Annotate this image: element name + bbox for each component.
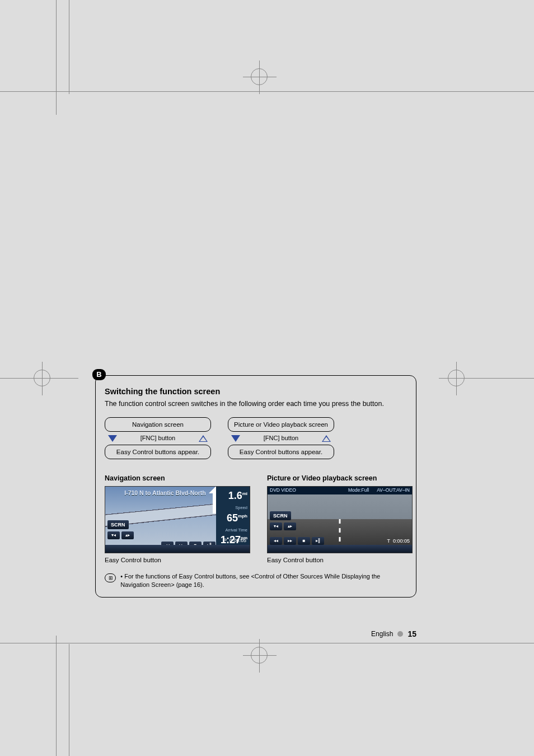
flow-navigation-mid-label: [FNC] button — [140, 434, 175, 442]
example-video-heading: Picture or Video playback screen — [267, 474, 413, 484]
footer-dot-icon — [397, 631, 403, 637]
note-icon: ⊞ — [105, 573, 116, 582]
example-video: Picture or Video playback screen DVD VID… — [267, 474, 413, 564]
arrow-up-icon — [199, 435, 208, 442]
tune-prev-button[interactable]: ▾◂ — [270, 522, 282, 530]
example-navigation-heading: Navigation screen — [105, 474, 250, 484]
nav-tune-controls: ▾◂ ▴▸ — [107, 531, 134, 539]
video-t-time: 0:00:05 — [393, 538, 410, 544]
tune-next-button[interactable]: ▴▸ — [284, 522, 296, 530]
nav-distance-unit: mi — [242, 491, 247, 496]
nav-p-label: P — [223, 538, 227, 543]
nav-speed-unit: mph — [238, 514, 247, 519]
tune-next-button[interactable]: ▴▸ — [121, 531, 134, 539]
nav-p-time: 0:00:05 — [229, 538, 246, 543]
prev-button[interactable]: ◂◂ — [270, 537, 282, 545]
example-navigation-caption: Easy Control button — [105, 556, 250, 564]
section-title: Switching the function screen — [105, 386, 407, 397]
nav-title: I-710 N to Atlantic Blvd-North — [109, 489, 222, 497]
stop-button[interactable]: ■ — [298, 537, 310, 545]
nav-distance-value: 1.6 — [228, 490, 242, 501]
note-bullet: • — [120, 573, 123, 580]
note-text-post: > (page 16). — [171, 581, 204, 588]
video-tune-controls: ▾◂ ▴▸ — [270, 522, 296, 530]
play-pause-button[interactable]: ▸ǁ — [312, 537, 324, 545]
scrn-button[interactable]: SCRN — [107, 520, 129, 530]
nav-arrival-label: Arrival Time — [218, 528, 247, 534]
flow-col-navigation: Navigation screen [FNC] button Easy Cont… — [105, 417, 211, 460]
video-avout-label: AV–OUT:AV–IN — [377, 487, 410, 494]
nav-speed-value: 65 — [227, 512, 238, 524]
note-row: ⊞ • For the functions of Easy Control bu… — [105, 572, 407, 589]
note-text: • For the functions of Easy Control butt… — [120, 572, 407, 589]
flow-video-mid-label: [FNC] button — [264, 434, 298, 442]
arrow-down-icon — [231, 435, 240, 442]
video-mode-label: Mode:Full — [348, 487, 369, 494]
video-playback-controls: ◂◂ ▸▸ ■ ▸ǁ — [270, 537, 324, 545]
next-button[interactable]: ▸▸ — [284, 537, 296, 545]
footer-language: English — [371, 630, 393, 638]
flow-video-mid: [FNC] button — [228, 434, 334, 442]
video-t-label: T — [387, 538, 390, 544]
tune-prev-button[interactable]: ▾◂ — [107, 531, 120, 539]
video-screenshot: DVD VIDEO Mode:Full AV–OUT:AV–IN SCRN ▾◂… — [267, 486, 413, 553]
flow-navigation-bottom: Easy Control buttons appear. — [105, 445, 211, 459]
flow-navigation-top: Navigation screen — [105, 417, 211, 432]
arrow-up-icon — [322, 435, 331, 442]
note-text-pre: For the functions of Easy Control button… — [124, 573, 255, 580]
flow-row: Navigation screen [FNC] button Easy Cont… — [105, 417, 407, 460]
flow-video-bottom: Easy Control buttons appear. — [228, 445, 334, 459]
examples-row: Navigation screen I-710 N to Atlantic Bl… — [105, 474, 407, 564]
flow-navigation-mid: [FNC] button — [105, 434, 211, 442]
arrow-down-icon — [108, 435, 117, 442]
section-description: The function control screen switches in … — [105, 399, 407, 409]
scrn-button[interactable]: SCRN — [270, 511, 291, 521]
nav-speed-label: Speed — [218, 505, 247, 511]
flow-video-top: Picture or Video playback screen — [228, 417, 334, 432]
section-badge: B — [92, 369, 106, 380]
footer-page-number: 15 — [407, 629, 416, 638]
page-footer: English 15 — [371, 629, 416, 638]
navigation-screenshot: I-710 N to Atlantic Blvd-North 1.6mi Spe… — [105, 486, 250, 553]
section-b-box: B Switching the function screen The func… — [95, 375, 416, 598]
example-video-caption: Easy Control button — [267, 556, 413, 564]
video-source-label: DVD VIDEO — [270, 487, 296, 494]
example-navigation: Navigation screen I-710 N to Atlantic Bl… — [105, 474, 250, 564]
flow-col-video: Picture or Video playback screen [FNC] b… — [228, 417, 334, 460]
video-topbar: DVD VIDEO Mode:Full AV–OUT:AV–IN — [268, 487, 412, 494]
